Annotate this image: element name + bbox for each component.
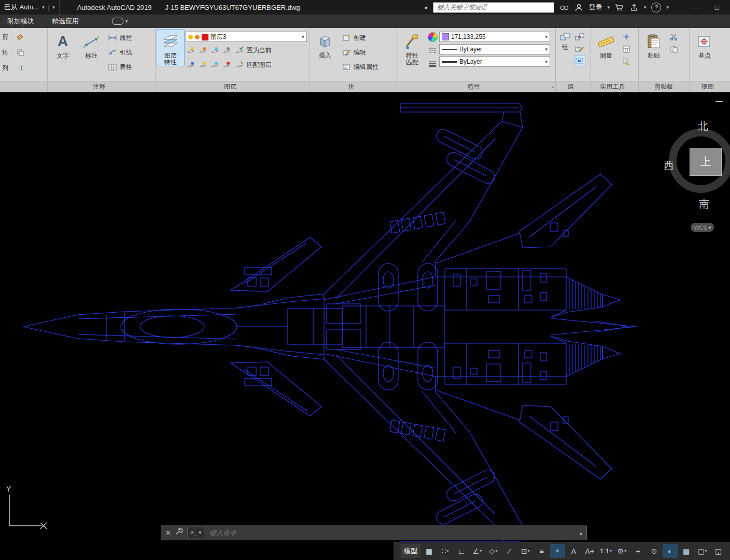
- ui-lock-icon[interactable]: ▢▾: [695, 544, 710, 558]
- insert-button[interactable]: 插入 ▾: [312, 30, 339, 65]
- viewcube-west-label[interactable]: 西: [664, 159, 674, 173]
- panel-caption-layers[interactable]: 图层 ▾: [156, 81, 310, 92]
- isolate-objects-icon[interactable]: ⊙: [647, 544, 662, 558]
- command-close-icon[interactable]: ✕: [165, 529, 171, 537]
- login-button[interactable]: 登录: [588, 3, 602, 12]
- view-cube[interactable]: 北 西 南 上 WCS ▾: [664, 108, 730, 237]
- ortho-mode-icon[interactable]: ∟: [454, 544, 469, 558]
- color-wheel-icon[interactable]: [427, 32, 438, 42]
- isodraft-icon[interactable]: ◇▾: [486, 544, 501, 558]
- object-snap-icon[interactable]: ⊡▾: [518, 544, 533, 558]
- viewcube-south-label[interactable]: 南: [699, 197, 709, 211]
- grid-toggle-icon[interactable]: ▦: [422, 544, 437, 558]
- layer-lock-icon[interactable]: [221, 45, 232, 55]
- layer-unlock-icon[interactable]: [221, 60, 232, 70]
- match-layer-button[interactable]: 匹配图层: [233, 59, 273, 71]
- layer-freeze-icon[interactable]: [209, 45, 220, 55]
- dimension-button[interactable]: 标注 ▾: [78, 30, 105, 65]
- annotation-visibility-icon[interactable]: A: [566, 544, 581, 558]
- object-snap-tracking-icon[interactable]: ∕: [502, 544, 517, 558]
- linear-dimension-button[interactable]: 线性 ▾: [106, 32, 138, 44]
- command-prompt-button[interactable]: >_ ▾: [187, 527, 204, 538]
- search-input[interactable]: [436, 3, 551, 11]
- copy-icon[interactable]: [15, 47, 25, 58]
- panel-caption-utilities[interactable]: 实用工具 ▾: [591, 81, 638, 92]
- block-create-button[interactable]: 创建: [340, 32, 384, 44]
- properties-dialog-launcher-icon[interactable]: ⌟: [552, 80, 554, 91]
- lineweight-display-icon[interactable]: ≡: [534, 544, 549, 558]
- linetype-list-icon[interactable]: [427, 45, 438, 55]
- trim-tool[interactable]: 剪 ▾: [1, 30, 26, 44]
- annotation-scale-button[interactable]: 1:1▾: [598, 544, 613, 558]
- layer-thaw-all-icon[interactable]: [209, 60, 220, 70]
- layer-select-combo[interactable]: 图层3 ▾: [186, 32, 307, 42]
- lineweight-combo[interactable]: ByLayer ▾: [439, 57, 550, 67]
- set-current-button[interactable]: 置为当前: [233, 44, 273, 57]
- help-icon[interactable]: ?: [651, 3, 661, 12]
- tab-featured-apps[interactable]: 精选应用: [50, 16, 81, 27]
- snap-mode-icon[interactable]: ∷▾: [438, 544, 453, 558]
- layer-on-all-icon[interactable]: [186, 60, 196, 70]
- id-point-icon[interactable]: [621, 32, 631, 42]
- tab-addons[interactable]: 附加模块: [5, 16, 36, 27]
- leader-button[interactable]: 引线 ▾: [106, 46, 138, 59]
- viewport-minimize-icon[interactable]: —: [715, 96, 723, 105]
- panel-caption-annotation[interactable]: 注释 ▾: [48, 81, 155, 92]
- quick-calc-icon[interactable]: [621, 44, 631, 54]
- graphics-performance-icon[interactable]: ◐: [663, 544, 678, 558]
- command-line[interactable]: ✕ >_ ▾ ▴: [161, 525, 587, 540]
- command-history-caret-icon[interactable]: ▴: [580, 530, 582, 536]
- panel-caption-clipboard[interactable]: 剪贴板: [639, 81, 689, 92]
- panel-caption-view[interactable]: 视图 ▾: [690, 81, 730, 92]
- layer-off-icon[interactable]: [186, 45, 196, 55]
- clean-screen-icon[interactable]: ◲: [711, 544, 726, 558]
- minimize-button[interactable]: —: [689, 4, 704, 11]
- chamfer-tool[interactable]: 角 ▾: [1, 45, 26, 60]
- viewcube-north-label[interactable]: 北: [698, 119, 708, 133]
- layer-unisolate-icon[interactable]: [198, 60, 208, 70]
- group-edit-icon[interactable]: [574, 44, 585, 54]
- paste-button[interactable]: 粘贴 ▾: [640, 30, 667, 65]
- chevron-right-icon[interactable]: ▸: [425, 4, 428, 11]
- text-button[interactable]: A 文字 ▾: [49, 30, 76, 65]
- measure-button[interactable]: 测量 ▾: [593, 30, 620, 65]
- cut-icon[interactable]: [669, 32, 679, 42]
- user-icon[interactable]: [574, 3, 583, 12]
- array-tool[interactable]: 列 ▾: [1, 61, 26, 75]
- copy-clip-icon[interactable]: [669, 44, 679, 54]
- group-button[interactable]: 组: [557, 30, 573, 51]
- panel-caption-properties[interactable]: 特性 ▾ ⌟: [397, 81, 555, 92]
- ungroup-icon[interactable]: [574, 32, 585, 42]
- layer-isolate-icon[interactable]: [198, 45, 208, 55]
- selection-cycling-icon[interactable]: ⌖: [550, 544, 565, 558]
- app-store-cart-icon[interactable]: [615, 3, 624, 12]
- annotation-monitor-icon[interactable]: +: [630, 544, 645, 558]
- edit-attributes-button[interactable]: 编辑属性 ▾: [340, 61, 384, 73]
- share-caret-icon[interactable]: ▾: [644, 5, 647, 10]
- search-binoculars-icon[interactable]: [559, 3, 569, 12]
- block-edit-button[interactable]: 编辑: [340, 46, 384, 59]
- maximize-button[interactable]: □: [709, 4, 725, 11]
- wcs-menu[interactable]: WCS ▾: [691, 223, 714, 232]
- match-properties-button[interactable]: 特性匹配: [399, 30, 426, 66]
- erase-icon[interactable]: [15, 32, 25, 42]
- help-search-box[interactable]: [433, 2, 554, 13]
- base-point-button[interactable]: 基点: [691, 30, 718, 59]
- caret-down-icon[interactable]: ▾: [42, 5, 45, 10]
- arc-icon[interactable]: [15, 63, 25, 73]
- table-button[interactable]: 表格: [106, 61, 138, 73]
- plot-icon[interactable]: ▤: [679, 544, 694, 558]
- quick-select-icon[interactable]: [621, 57, 631, 67]
- layer-properties-button[interactable]: 图层特性: [157, 30, 184, 66]
- panel-caption-group[interactable]: 组 ▾: [556, 81, 591, 92]
- workspace-switch-icon[interactable]: ⚙▾: [614, 544, 629, 558]
- lineweight-list-icon[interactable]: [427, 59, 438, 69]
- polar-tracking-icon[interactable]: ∠▾: [470, 544, 485, 558]
- group-selection-toggle-icon[interactable]: [574, 55, 585, 66]
- share-icon[interactable]: [629, 3, 639, 12]
- qat-customize-caret-icon[interactable]: ▾: [52, 5, 55, 10]
- login-caret-icon[interactable]: ▾: [607, 5, 610, 10]
- command-input[interactable]: [208, 528, 575, 537]
- model-space-button[interactable]: 模型: [401, 544, 420, 558]
- panel-caption-block[interactable]: 块 ▾: [310, 81, 397, 92]
